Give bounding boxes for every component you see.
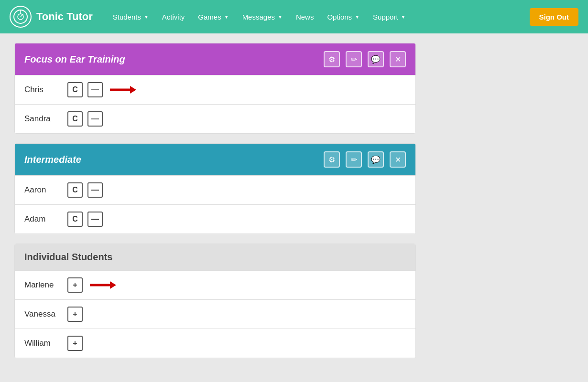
student-row-vanessa: Vanessa + bbox=[15, 299, 415, 329]
individual-students-header: Individual Students bbox=[15, 244, 415, 270]
nav-students[interactable]: Students ▼ bbox=[107, 9, 154, 25]
close-button-focus[interactable]: ✕ bbox=[390, 51, 406, 67]
minus-button-aaron[interactable]: — bbox=[87, 182, 103, 198]
student-name-sandra: Sandra bbox=[24, 114, 63, 124]
c-icon-chris: C bbox=[72, 85, 78, 94]
red-arrow-marlene bbox=[90, 279, 116, 291]
c-icon-adam: C bbox=[72, 215, 78, 223]
close-icon: ✕ bbox=[395, 55, 401, 64]
student-row-sandra: Sandra C — bbox=[15, 104, 415, 133]
student-name-vanessa: Vanessa bbox=[24, 309, 63, 319]
individual-students-title: Individual Students bbox=[24, 252, 406, 263]
gear-button-intermediate[interactable]: ⚙ bbox=[324, 151, 340, 168]
brand-name: Tonic Tutor bbox=[36, 11, 93, 23]
navbar: Tonic Tutor Students ▼ Activity Games ▼ … bbox=[0, 0, 588, 33]
minus-icon-chris: — bbox=[91, 85, 99, 94]
edit-icon: ✏ bbox=[351, 55, 357, 64]
nav-support[interactable]: Support ▼ bbox=[367, 9, 411, 25]
student-name-marlene: Marlene bbox=[24, 280, 63, 290]
c-button-adam[interactable]: C bbox=[67, 212, 83, 227]
plus-icon-marlene: + bbox=[73, 281, 77, 289]
options-dropdown-arrow: ▼ bbox=[355, 14, 359, 20]
games-dropdown-arrow: ▼ bbox=[224, 14, 229, 20]
chat-button-focus[interactable]: 💬 bbox=[368, 51, 384, 67]
student-name-chris: Chris bbox=[24, 85, 63, 95]
student-row-chris: Chris C — bbox=[15, 75, 415, 104]
student-row-adam: Adam C — bbox=[15, 204, 415, 233]
student-name-adam: Adam bbox=[24, 214, 63, 224]
minus-button-chris[interactable]: — bbox=[87, 82, 103, 97]
individual-students-card: Individual Students Marlene + Vanessa + bbox=[14, 244, 416, 358]
plus-icon-vanessa: + bbox=[73, 310, 77, 318]
minus-button-sandra[interactable]: — bbox=[87, 111, 103, 127]
edit-button-intermediate[interactable]: ✏ bbox=[346, 151, 362, 168]
support-dropdown-arrow: ▼ bbox=[401, 14, 406, 20]
svg-marker-5 bbox=[130, 86, 136, 94]
nav-options[interactable]: Options ▼ bbox=[321, 9, 365, 25]
plus-button-marlene[interactable]: + bbox=[67, 277, 83, 293]
close-button-intermediate[interactable]: ✕ bbox=[390, 151, 406, 168]
student-name-william: William bbox=[24, 339, 63, 348]
chat-icon-intermediate: 💬 bbox=[371, 155, 381, 164]
plus-button-william[interactable]: + bbox=[67, 336, 83, 351]
plus-icon-william: + bbox=[73, 339, 77, 348]
minus-icon-adam: — bbox=[91, 215, 99, 223]
student-row-aaron: Aaron C — bbox=[15, 175, 415, 204]
group-header-intermediate: Intermediate ⚙ ✏ 💬 ✕ bbox=[15, 144, 415, 175]
gear-icon: ⚙ bbox=[328, 55, 335, 64]
navbar-right: Sign Out bbox=[530, 8, 579, 26]
red-arrow-chris bbox=[110, 84, 136, 96]
student-name-aaron: Aaron bbox=[24, 185, 63, 195]
group-intermediate: Intermediate ⚙ ✏ 💬 ✕ Aaron C — bbox=[14, 143, 416, 234]
minus-icon-sandra: — bbox=[91, 115, 99, 123]
gear-button-focus[interactable]: ⚙ bbox=[324, 51, 340, 67]
c-button-aaron[interactable]: C bbox=[67, 182, 83, 198]
group-title-focus: Focus on Ear Training bbox=[24, 54, 318, 65]
svg-marker-7 bbox=[110, 281, 116, 289]
logo-icon bbox=[10, 6, 32, 28]
plus-button-vanessa[interactable]: + bbox=[67, 307, 83, 322]
minus-icon-aaron: — bbox=[91, 186, 99, 194]
edit-button-focus[interactable]: ✏ bbox=[346, 51, 362, 67]
nav-activity[interactable]: Activity bbox=[156, 9, 191, 25]
edit-icon-intermediate: ✏ bbox=[351, 155, 357, 164]
close-icon-intermediate: ✕ bbox=[395, 155, 401, 164]
c-button-sandra[interactable]: C bbox=[67, 111, 83, 127]
gear-icon-intermediate: ⚙ bbox=[328, 155, 335, 164]
c-icon-sandra: C bbox=[72, 115, 78, 123]
navbar-logo: Tonic Tutor bbox=[10, 6, 93, 28]
group-title-intermediate: Intermediate bbox=[24, 154, 318, 165]
minus-button-adam[interactable]: — bbox=[87, 212, 103, 227]
student-row-william: William + bbox=[15, 329, 415, 358]
student-row-marlene: Marlene + bbox=[15, 270, 415, 299]
chat-button-intermediate[interactable]: 💬 bbox=[368, 151, 384, 168]
students-dropdown-arrow: ▼ bbox=[144, 14, 149, 20]
sign-out-button[interactable]: Sign Out bbox=[530, 8, 579, 26]
main-content: Focus on Ear Training ⚙ ✏ 💬 ✕ Chris C — bbox=[0, 33, 430, 377]
nav-messages[interactable]: Messages ▼ bbox=[237, 9, 288, 25]
messages-dropdown-arrow: ▼ bbox=[278, 14, 283, 20]
nav-games[interactable]: Games ▼ bbox=[192, 9, 234, 25]
group-header-focus: Focus on Ear Training ⚙ ✏ 💬 ✕ bbox=[15, 43, 415, 75]
c-icon-aaron: C bbox=[72, 186, 78, 194]
nav-news[interactable]: News bbox=[290, 9, 320, 25]
navbar-menu: Students ▼ Activity Games ▼ Messages ▼ N… bbox=[107, 9, 530, 25]
group-focus-ear-training: Focus on Ear Training ⚙ ✏ 💬 ✕ Chris C — bbox=[14, 43, 416, 134]
c-button-chris[interactable]: C bbox=[67, 82, 83, 97]
chat-icon: 💬 bbox=[371, 55, 381, 64]
